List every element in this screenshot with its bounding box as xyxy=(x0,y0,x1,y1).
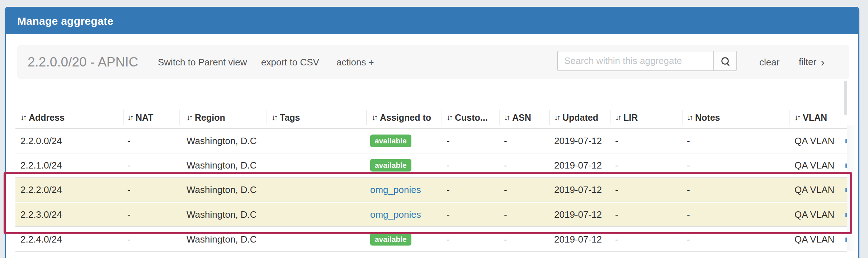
cell-vlan: QA VLAN xyxy=(794,153,834,177)
column-header-updated[interactable]: ↓↑Updated xyxy=(554,110,598,125)
cell-lir: - xyxy=(615,129,618,153)
column-header-label: Address xyxy=(29,112,65,123)
column-header-label: Assigned to xyxy=(380,112,431,123)
cell-vlan: QA VLAN xyxy=(794,227,834,251)
sort-icon: ↓↑ xyxy=(794,114,799,121)
cell-address: 2.2.3.0/24 xyxy=(20,203,62,226)
sort-icon: ↓↑ xyxy=(20,114,25,121)
column-header-label: Tags xyxy=(280,112,300,123)
column-separator xyxy=(610,110,611,125)
sort-icon: ↓↑ xyxy=(615,114,620,121)
cell-updated: 2019-07-12 xyxy=(554,227,602,251)
column-separator xyxy=(499,110,500,125)
assigned-resource-link[interactable]: omg_ponies xyxy=(370,203,421,226)
column-header-label: LIR xyxy=(623,112,638,123)
cell-customer: - xyxy=(447,178,450,202)
column-header-label: Custo... xyxy=(455,112,488,123)
sort-icon: ↓↑ xyxy=(127,114,132,121)
cell-region: Washington, D.C xyxy=(187,178,257,202)
cell-address: 2.2.2.0/24 xyxy=(20,178,62,202)
actions-menu-button[interactable]: actions + xyxy=(336,56,374,68)
search-button[interactable] xyxy=(713,51,736,70)
panel-body: 2.2.0.0/20 - APNIC Switch to Parent view… xyxy=(6,34,858,257)
column-header-assigned[interactable]: ↓↑Assigned to xyxy=(372,110,431,125)
table-row[interactable]: 2.2.4.0/24-Washington, D.Cavailable--201… xyxy=(15,227,847,252)
toolbar: 2.2.0.0/20 - APNIC Switch to Parent view… xyxy=(17,45,849,79)
chevron-right-icon: › xyxy=(821,55,825,68)
column-header-lir[interactable]: ↓↑LIR xyxy=(615,110,638,125)
cell-asn: - xyxy=(504,227,507,251)
sort-icon: ↓↑ xyxy=(504,114,509,121)
column-separator xyxy=(366,110,367,125)
manage-aggregate-panel: Manage aggregate 2.2.0.0/20 - APNIC Swit… xyxy=(5,7,859,258)
column-header-tags[interactable]: ↓↑Tags xyxy=(272,110,300,125)
column-separator xyxy=(840,110,840,125)
column-header-address[interactable]: ↓↑Address xyxy=(20,110,65,125)
cell-address: 2.2.1.0/24 xyxy=(20,153,62,177)
cell-region: Washington, D.C xyxy=(187,153,257,177)
column-header-nat[interactable]: ↓↑NAT xyxy=(127,110,154,125)
cell-nat: - xyxy=(127,129,131,153)
truncated-content-sliver xyxy=(845,139,847,143)
column-separator xyxy=(442,110,442,125)
column-header-vlan[interactable]: ↓↑VLAN xyxy=(794,110,827,125)
column-separator xyxy=(549,110,550,125)
cell-vlan: QA VLAN xyxy=(794,203,834,226)
cell-asn: - xyxy=(504,129,507,153)
sort-icon: ↓↑ xyxy=(447,114,452,121)
switch-to-parent-view-link[interactable]: Switch to Parent view xyxy=(158,56,247,68)
column-header-label: VLAN xyxy=(803,112,827,123)
column-separator xyxy=(266,110,266,125)
table-header-row: ↓↑Address↓↑NAT↓↑Region↓↑Tags↓↑Assigned t… xyxy=(6,110,847,125)
column-separator xyxy=(789,110,790,125)
truncated-content-sliver xyxy=(845,188,847,192)
cell-region: Washington, D.C xyxy=(187,203,257,226)
column-header-label: Notes xyxy=(695,112,720,123)
cell-lir: - xyxy=(615,227,618,251)
filter-button[interactable]: filter› xyxy=(799,55,825,69)
status-badge-available[interactable]: available xyxy=(370,233,411,245)
cell-asn: - xyxy=(504,178,507,202)
assigned-resource-link[interactable]: omg_ponies xyxy=(370,178,421,202)
table-row[interactable]: 2.2.3.0/24-Washington, D.Comg_ponies--20… xyxy=(15,203,847,227)
export-to-csv-link[interactable]: export to CSV xyxy=(261,56,319,68)
truncated-content-sliver xyxy=(845,213,847,217)
cell-notes: - xyxy=(687,153,690,177)
search-input[interactable] xyxy=(558,51,713,70)
cell-lir: - xyxy=(615,153,618,177)
cell-address: 2.2.0.0/24 xyxy=(20,129,62,153)
status-badge-available[interactable]: available xyxy=(370,134,411,147)
column-header-region[interactable]: ↓↑Region xyxy=(187,110,225,125)
sort-icon: ↓↑ xyxy=(554,114,559,121)
sort-icon: ↓↑ xyxy=(372,114,377,121)
cell-updated: 2019-07-12 xyxy=(554,178,602,202)
column-header-notes[interactable]: ↓↑Notes xyxy=(687,110,720,125)
cell-asn: - xyxy=(504,203,507,226)
column-header-asn[interactable]: ↓↑ASN xyxy=(504,110,531,125)
table-row[interactable]: 2.2.1.0/24-Washington, D.Cavailable--201… xyxy=(15,153,847,178)
cell-notes: - xyxy=(687,227,690,251)
cell-updated: 2019-07-12 xyxy=(554,203,602,226)
column-header-customer[interactable]: ↓↑Custo... xyxy=(447,110,488,125)
table-row[interactable]: 2.2.0.0/24-Washington, D.Cavailable--201… xyxy=(15,129,847,153)
table-row[interactable]: 2.2.2.0/24-Washington, D.Comg_ponies--20… xyxy=(15,178,847,202)
column-header-label: Region xyxy=(195,112,225,123)
cell-customer: - xyxy=(447,227,450,251)
cell-address: 2.2.4.0/24 xyxy=(20,227,62,251)
column-separator xyxy=(123,110,124,125)
column-header-label: Updated xyxy=(562,112,598,123)
aggregate-label: 2.2.0.0/20 - APNIC xyxy=(28,55,138,70)
cell-region: Washington, D.C xyxy=(187,129,257,153)
status-badge-available[interactable]: available xyxy=(370,159,411,171)
cell-nat: - xyxy=(127,153,131,177)
vertical-scrollbar-thumb[interactable] xyxy=(844,81,847,115)
cell-vlan: QA VLAN xyxy=(794,129,834,153)
cell-notes: - xyxy=(687,203,690,226)
cell-updated: 2019-07-12 xyxy=(554,129,602,153)
sort-icon: ↓↑ xyxy=(687,114,692,121)
cell-nat: - xyxy=(127,227,131,251)
clear-button[interactable]: clear xyxy=(759,56,779,68)
cell-nat: - xyxy=(127,178,131,202)
sort-icon: ↓↑ xyxy=(187,114,192,121)
scroll-fade xyxy=(847,125,858,251)
